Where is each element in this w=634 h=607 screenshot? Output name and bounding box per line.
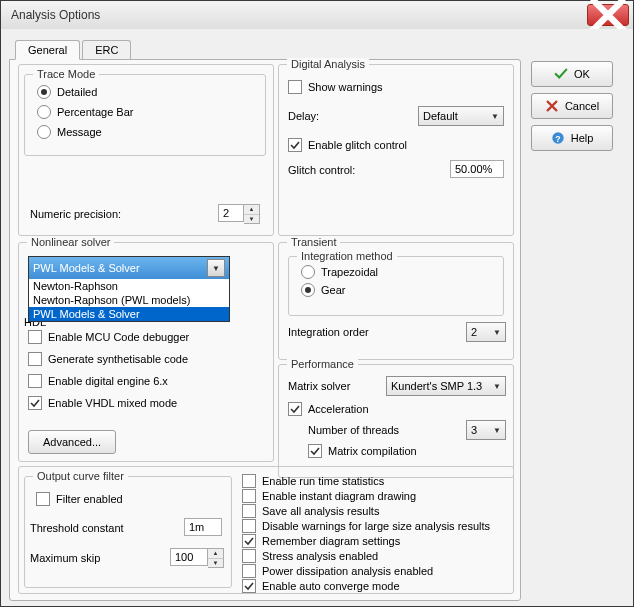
window-title: Analysis Options	[11, 8, 587, 22]
digital-legend: Digital Analysis	[287, 58, 369, 70]
dialog-body: General ERC OK Cancel ? Help Trace Mode	[1, 29, 633, 606]
performance-legend: Performance	[287, 358, 358, 370]
cancel-button[interactable]: Cancel	[531, 93, 613, 119]
help-icon: ?	[551, 131, 565, 145]
close-button[interactable]	[587, 4, 629, 26]
advanced-button[interactable]: Advanced...	[28, 430, 116, 454]
analysis-options-dialog: Analysis Options General ERC OK Cancel ?…	[0, 0, 634, 607]
ocf-legend: Output curve filter	[33, 470, 128, 482]
numeric-precision-label: Numeric precision:	[30, 208, 121, 220]
stress-analysis[interactable]: Stress analysis enabled	[242, 549, 490, 563]
tab-general[interactable]: General	[15, 40, 80, 60]
threads-combo[interactable]: 3▼	[466, 420, 506, 440]
matrix-solver-label: Matrix solver	[288, 380, 350, 392]
enable-vhdl-mixed[interactable]: Enable VHDL mixed mode	[28, 396, 189, 410]
disable-large-warnings[interactable]: Disable warnings for large size analysis…	[242, 519, 490, 533]
nonlinear-opt-nr[interactable]: Newton-Raphson	[29, 279, 229, 293]
cancel-label: Cancel	[565, 100, 599, 112]
integration-order-combo[interactable]: 2▼	[466, 322, 506, 342]
digital-show-warnings[interactable]: Show warnings	[288, 80, 383, 94]
enable-glitch-control[interactable]: Enable glitch control	[288, 138, 407, 152]
chevron-down-icon: ▼	[493, 382, 501, 391]
threshold-label: Threshold constant	[30, 522, 124, 534]
tab-page-general: Trace Mode Detailed Percentage Bar Messa…	[9, 59, 521, 601]
glitch-label: Glitch control:	[288, 164, 355, 176]
matrix-solver-combo[interactable]: Kundert's SMP 1.3▼	[386, 376, 506, 396]
numeric-precision-input[interactable]: 2	[218, 204, 244, 222]
numeric-precision-spinner[interactable]: ▲▼	[244, 204, 260, 224]
tab-bar: General ERC	[15, 37, 625, 59]
acceleration-check[interactable]: Acceleration	[288, 402, 369, 416]
max-skip-label: Maximum skip	[30, 552, 100, 564]
delay-combo[interactable]: Default▼	[418, 106, 504, 126]
help-label: Help	[571, 132, 594, 144]
help-button[interactable]: ? Help	[531, 125, 613, 151]
integration-method-group: Integration method Trapezoidal Gear	[288, 256, 504, 316]
integration-order-label: Integration order	[288, 326, 369, 338]
max-skip-spinner[interactable]: ▲▼	[208, 548, 224, 568]
nonlinear-legend: Nonlinear solver	[27, 236, 114, 248]
remember-diagram-settings[interactable]: Remember diagram settings	[242, 534, 490, 548]
chevron-down-icon: ▼	[491, 112, 499, 121]
ok-label: OK	[574, 68, 590, 80]
nonlinear-opt-nrpwl[interactable]: Newton-Raphson (PWL models)	[29, 293, 229, 307]
tab-erc[interactable]: ERC	[82, 40, 131, 59]
integration-gear[interactable]: Gear	[301, 283, 378, 297]
power-dissipation[interactable]: Power dissipation analysis enabled	[242, 564, 490, 578]
max-skip-input[interactable]: 100	[170, 548, 208, 566]
enable-mcu-debugger[interactable]: Enable MCU Code debugger	[28, 330, 189, 344]
delay-label: Delay:	[288, 110, 319, 122]
transient-legend: Transient	[287, 236, 340, 248]
chevron-down-icon: ▼	[207, 259, 225, 277]
cancel-icon	[545, 99, 559, 113]
integration-trapezoidal[interactable]: Trapezoidal	[301, 265, 378, 279]
ok-button[interactable]: OK	[531, 61, 613, 87]
threshold-input[interactable]: 1m	[184, 518, 222, 536]
auto-converge[interactable]: Enable auto converge mode	[242, 579, 490, 593]
svg-text:?: ?	[555, 134, 560, 144]
nonlinear-opt-pwl[interactable]: PWL Models & Solver	[29, 307, 229, 321]
enable-runtime-stats[interactable]: Enable run time statistics	[242, 474, 490, 488]
enable-instant-diagram[interactable]: Enable instant diagram drawing	[242, 489, 490, 503]
glitch-input[interactable]: 50.00%	[450, 160, 504, 178]
generate-synth-code[interactable]: Generate synthetisable code	[28, 352, 189, 366]
chevron-down-icon: ▼	[493, 328, 501, 337]
nonlinear-combo[interactable]: PWL Models & Solver ▼ Newton-Raphson New…	[28, 256, 230, 322]
threads-label: Number of threads	[308, 424, 399, 436]
ok-icon	[554, 67, 568, 81]
side-buttons: OK Cancel ? Help	[531, 61, 613, 151]
enable-digital-engine-6x[interactable]: Enable digital engine 6.x	[28, 374, 189, 388]
integration-legend: Integration method	[297, 250, 397, 262]
matrix-compilation-check[interactable]: Matrix compilation	[308, 444, 417, 458]
filter-enabled-check[interactable]: Filter enabled	[36, 492, 123, 506]
titlebar: Analysis Options	[1, 1, 633, 30]
chevron-down-icon: ▼	[493, 426, 501, 435]
save-all-results[interactable]: Save all analysis results	[242, 504, 490, 518]
nonlinear-selected: PWL Models & Solver	[33, 262, 140, 274]
